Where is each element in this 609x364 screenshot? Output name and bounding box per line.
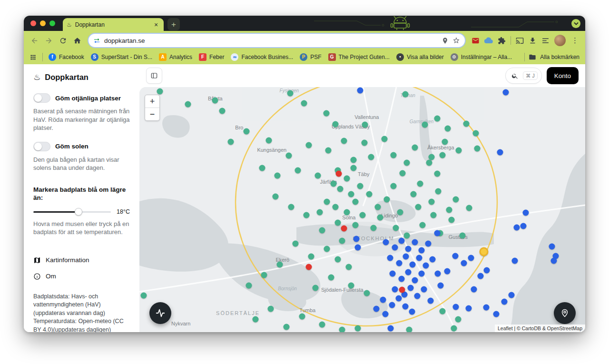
new-tab-button[interactable]: + xyxy=(167,18,180,30)
bath-site-marker[interactable] xyxy=(404,233,410,239)
bath-site-marker[interactable] xyxy=(384,196,390,202)
bath-site-marker[interactable] xyxy=(549,243,555,249)
extensions-puzzle-icon[interactable] xyxy=(498,37,506,45)
cast-icon[interactable] xyxy=(516,37,524,45)
bath-site-marker[interactable] xyxy=(422,262,429,268)
bath-site-marker[interactable] xyxy=(261,272,267,278)
bath-site-marker[interactable] xyxy=(403,91,409,97)
bookmark-item[interactable]: GThe Project Guten... xyxy=(328,53,390,61)
bath-site-marker[interactable] xyxy=(417,180,423,187)
activity-button[interactable] xyxy=(149,302,171,324)
bath-site-marker[interactable] xyxy=(399,286,405,293)
bath-site-marker[interactable] xyxy=(509,292,515,298)
all-bookmarks-label[interactable]: Alla bokmärken xyxy=(540,54,580,60)
map-canvas[interactable]: BålstaFysingenTärnanVallentunaUpplands V… xyxy=(139,87,585,332)
bath-site-marker[interactable] xyxy=(406,326,412,332)
bath-site-marker[interactable] xyxy=(317,209,323,216)
bath-site-marker[interactable] xyxy=(348,283,354,289)
bath-site-marker[interactable] xyxy=(434,270,441,276)
search-button[interactable]: ⌘ J xyxy=(505,68,542,84)
forward-icon[interactable] xyxy=(42,34,55,47)
bath-site-marker[interactable] xyxy=(328,275,334,281)
bath-site-marker[interactable] xyxy=(355,244,361,250)
bath-site-marker[interactable] xyxy=(370,225,376,231)
bath-site-marker[interactable] xyxy=(373,306,380,312)
bath-site-marker[interactable] xyxy=(353,222,359,228)
bath-site-marker[interactable] xyxy=(243,128,249,135)
bath-site-marker[interactable] xyxy=(422,121,428,128)
bath-site-marker[interactable] xyxy=(348,191,354,197)
bath-site-marker[interactable] xyxy=(501,299,508,305)
bath-site-marker[interactable] xyxy=(339,237,345,244)
bath-site-marker[interactable] xyxy=(425,241,432,247)
bath-site-marker[interactable] xyxy=(403,253,409,259)
bath-site-marker[interactable] xyxy=(463,121,469,127)
bath-site-marker[interactable] xyxy=(409,309,415,315)
bath-site-marker[interactable] xyxy=(453,196,459,202)
downloads-icon[interactable] xyxy=(529,37,537,45)
bath-site-marker[interactable] xyxy=(419,247,425,253)
bath-site-marker[interactable] xyxy=(265,137,272,143)
bath-site-marker[interactable] xyxy=(468,255,474,261)
bath-site-marker[interactable] xyxy=(466,205,472,211)
bath-site-marker[interactable] xyxy=(396,260,403,266)
sidebar-item-about[interactable]: Om xyxy=(33,273,130,280)
zoom-in-button[interactable]: + xyxy=(145,95,159,108)
bath-site-marker[interactable] xyxy=(355,325,361,331)
bath-site-marker[interactable] xyxy=(444,268,451,274)
bookmark-item[interactable]: AAnalytics xyxy=(159,53,192,61)
toggle-hide-unsuitable[interactable] xyxy=(33,93,50,103)
bath-site-marker[interactable] xyxy=(471,286,477,292)
bath-site-marker[interactable] xyxy=(474,145,481,151)
bath-site-marker[interactable] xyxy=(341,226,347,232)
bookmark-item[interactable]: fFacebook xyxy=(49,53,84,61)
bath-site-marker[interactable] xyxy=(398,237,404,244)
bath-site-marker[interactable] xyxy=(268,306,274,312)
bath-site-marker[interactable] xyxy=(440,308,446,315)
bath-site-marker[interactable] xyxy=(301,100,307,106)
bath-site-marker[interactable] xyxy=(306,264,312,270)
bath-site-marker[interactable] xyxy=(410,261,416,267)
bath-site-marker[interactable] xyxy=(391,183,397,189)
bath-site-marker[interactable] xyxy=(438,283,444,289)
bath-site-marker[interactable] xyxy=(434,115,440,121)
bath-site-marker[interactable] xyxy=(324,246,330,252)
bath-site-marker[interactable] xyxy=(405,246,412,252)
bath-site-marker[interactable] xyxy=(426,160,432,166)
bath-site-marker[interactable] xyxy=(419,222,425,228)
bath-site-marker[interactable] xyxy=(344,209,350,216)
bath-site-marker[interactable] xyxy=(341,138,347,144)
bookmark-item[interactable]: FFeber xyxy=(199,53,224,61)
zoom-out-button[interactable]: − xyxy=(145,108,159,120)
bath-site-marker[interactable] xyxy=(483,267,490,274)
mail-extension-icon[interactable] xyxy=(471,37,480,45)
site-info-icon[interactable] xyxy=(93,37,100,44)
bath-site-marker[interactable] xyxy=(453,304,459,310)
bath-site-marker[interactable] xyxy=(428,199,434,205)
cloud-extension-icon[interactable] xyxy=(484,36,493,45)
bath-site-marker[interactable] xyxy=(380,297,386,303)
temperature-slider-thumb[interactable] xyxy=(75,208,82,216)
bath-site-marker[interactable] xyxy=(333,121,339,127)
bath-site-marker[interactable] xyxy=(212,97,218,103)
toggle-hide-sun[interactable] xyxy=(33,142,50,151)
bath-site-marker[interactable] xyxy=(295,167,301,174)
bath-site-marker[interactable] xyxy=(314,172,321,178)
bath-site-marker[interactable] xyxy=(375,204,381,210)
locate-me-button[interactable] xyxy=(554,302,576,324)
map-attribution[interactable]: Leaflet | © CartoDB & OpenStreetMap xyxy=(495,325,585,332)
bath-site-marker[interactable] xyxy=(412,277,418,283)
bookmark-item[interactable]: ⚙Inställningar – Alla... xyxy=(451,53,512,61)
bath-site-marker[interactable] xyxy=(391,152,397,158)
bath-site-marker[interactable] xyxy=(503,89,509,95)
bath-site-marker[interactable] xyxy=(382,136,388,142)
bath-site-marker[interactable] xyxy=(323,110,329,117)
bath-site-marker[interactable] xyxy=(363,290,370,296)
bath-site-marker[interactable] xyxy=(287,90,293,96)
bath-site-marker[interactable] xyxy=(473,130,479,136)
bath-site-marker[interactable] xyxy=(387,255,393,261)
bath-site-marker[interactable] xyxy=(452,253,459,259)
bath-site-marker[interactable] xyxy=(277,261,283,267)
bath-site-marker[interactable] xyxy=(383,239,389,245)
bath-site-marker[interactable] xyxy=(412,239,418,245)
